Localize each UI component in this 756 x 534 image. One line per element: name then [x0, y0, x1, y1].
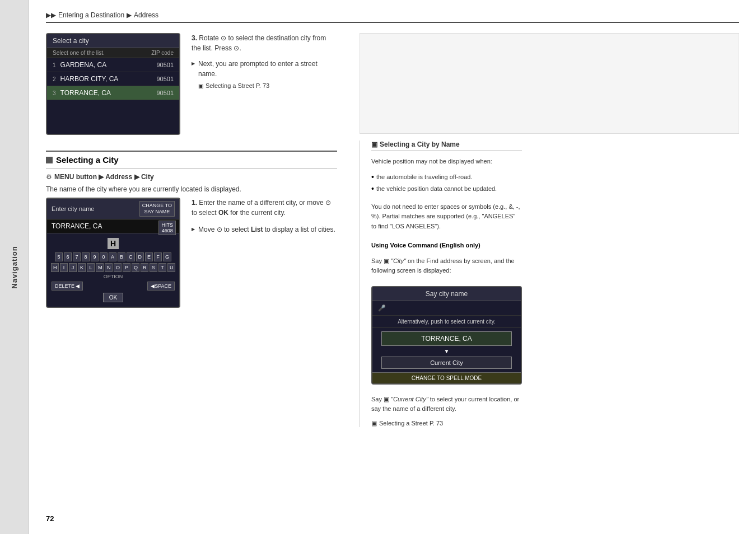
city-row-3[interactable]: 3TORRANCE, CA 90501	[47, 86, 179, 100]
step3-label: 3.	[192, 34, 197, 42]
section-heading-icon	[46, 157, 53, 163]
option-label: OPTION	[104, 274, 123, 279]
key-I[interactable]: I	[60, 263, 68, 272]
step3-rotate-icon: ⊙	[221, 34, 228, 42]
map-placeholder	[360, 33, 739, 134]
content-columns: Select a city Select one of the list. ZI…	[46, 33, 739, 523]
sidebar-label: Navigation	[10, 246, 18, 288]
key-0[interactable]: 0	[100, 252, 108, 261]
bullet-2: • the vehicle position data cannot be up…	[371, 184, 522, 194]
subheader-left: Select one of the list.	[53, 50, 105, 56]
right-column: ▣ Selecting a City by Name Vehicle posit…	[354, 33, 739, 523]
key-T[interactable]: T	[158, 263, 166, 272]
bullet-2-text: the vehicle position data cannot be upda…	[376, 184, 497, 194]
step1-item: 1. Enter the name of a different city, o…	[192, 198, 337, 218]
hits-value: 4608	[161, 228, 173, 233]
key-G[interactable]: G	[163, 252, 171, 261]
navigation-sidebar: Navigation	[0, 0, 29, 534]
selecting-city-section: Selecting a City ⚙ MENU button ▶ Address…	[46, 146, 337, 308]
change-to-button[interactable]: CHANGE TO SAY NAME	[139, 201, 175, 217]
voice-text: Say ▣ "City" on the Find address by scre…	[371, 256, 522, 276]
key-C[interactable]: C	[127, 252, 135, 261]
key-O[interactable]: O	[114, 263, 122, 272]
key-M[interactable]: M	[96, 263, 104, 272]
key-J[interactable]: J	[69, 263, 77, 272]
breadcrumb-arrows: ▶▶	[46, 11, 56, 19]
selecting-city-heading: Selecting a City	[46, 151, 337, 168]
step3-press-icon: ⊙	[234, 44, 239, 52]
key-L[interactable]: L	[87, 263, 95, 272]
key-N[interactable]: N	[105, 263, 113, 272]
step3-ref-text: Selecting a Street P. 73	[206, 82, 269, 89]
cursor-letter: H	[108, 238, 119, 249]
say-city-value: TORRANCE, CA	[381, 331, 512, 346]
key-9[interactable]: 9	[91, 252, 99, 261]
city-row-2[interactable]: 2HARBOR CITY, CA 90501	[47, 72, 179, 86]
change-to-line2: SAY NAME	[142, 209, 172, 215]
keyboard-area: H 5 6 7 8 9 0 A B	[47, 233, 179, 307]
step3-ref: ▣ Selecting a Street P. 73	[192, 82, 337, 89]
key-5[interactable]: 5	[55, 252, 63, 261]
key-R[interactable]: R	[141, 263, 148, 272]
step3-instructions: 3. Rotate ⊙ to select the destination ci…	[192, 33, 337, 89]
ok-button[interactable]: OK	[103, 293, 123, 302]
instructions-layout: Enter city name CHANGE TO SAY NAME TORRA…	[46, 198, 337, 308]
key-D[interactable]: D	[136, 252, 144, 261]
page-number: 72	[46, 503, 337, 523]
key-H[interactable]: H	[51, 263, 59, 272]
menu-path-text: MENU button ▶ Address ▶ City	[54, 173, 154, 181]
bullet-1: • the automobile is traveling off-road.	[371, 172, 522, 182]
key-B[interactable]: B	[118, 252, 125, 261]
keyboard-letters-row: H I J K L M N O P Q	[52, 263, 175, 272]
key-U[interactable]: U	[167, 263, 175, 272]
step3-ref-icon: ▣	[198, 83, 203, 89]
step3-rotate-text: Rotate	[199, 34, 218, 42]
key-K[interactable]: K	[78, 263, 86, 272]
row-2-city: HARBOR CITY, CA	[60, 75, 119, 83]
key-P[interactable]: P	[123, 263, 130, 272]
key-A[interactable]: A	[109, 252, 116, 261]
step1-text: 1. Enter the name of a different city, o…	[192, 198, 337, 218]
say-caption-icon: ▣	[384, 396, 389, 402]
say-city-ref-icon: ▣	[371, 420, 377, 427]
delete-button[interactable]: DELETE ◀	[52, 282, 83, 291]
page-container: Navigation ▶▶ Entering a Destination ▶ A…	[0, 0, 756, 534]
subheader-right: ZIP code	[151, 50, 174, 56]
say-city-current-label[interactable]: Current City	[381, 357, 512, 369]
select-city-subheader: Select one of the list. ZIP code	[47, 48, 179, 58]
enter-city-screen: Enter city name CHANGE TO SAY NAME TORRA…	[46, 198, 180, 308]
key-E[interactable]: E	[145, 252, 153, 261]
change-to-line1: CHANGE TO	[142, 203, 172, 209]
hits-box: HITS 4608	[158, 221, 176, 235]
say-city-header: Say city name	[372, 287, 521, 301]
say-city-alt: Alternatively, push to select current ci…	[372, 316, 521, 328]
say-city-footer[interactable]: CHANGE TO SPELL MODE	[372, 372, 521, 383]
enter-city-header: Enter city name CHANGE TO SAY NAME	[47, 199, 179, 219]
say-city-screen: Say city name 🎤 Alternatively, push to s…	[371, 286, 522, 385]
key-S[interactable]: S	[150, 263, 157, 272]
main-content: ▶▶ Entering a Destination ▶ Address Sele…	[29, 0, 756, 534]
say-city-ref-text: Selecting a Street P. 73	[379, 420, 443, 427]
key-Q[interactable]: Q	[132, 263, 139, 272]
say-city-ref: ▣ Selecting a Street P. 73	[371, 420, 522, 427]
breadcrumb-part1: Entering a Destination	[58, 11, 124, 19]
space-button[interactable]: ◀SPACE	[147, 282, 175, 291]
key-F[interactable]: F	[154, 252, 162, 261]
left-column: Select a city Select one of the list. ZI…	[46, 33, 337, 523]
sidebar-extra-text: You do not need to enter spaces or symbo…	[371, 202, 522, 232]
row-1-num: 1	[53, 62, 56, 68]
key-8[interactable]: 8	[82, 252, 90, 261]
city-row-1[interactable]: 1GARDENA, CA 90501	[47, 58, 179, 72]
row-2-zip: 90501	[156, 76, 174, 82]
say-city-caption: Say ▣ "Current City" to select your curr…	[371, 395, 522, 414]
say-city-mic: 🎤	[372, 301, 521, 316]
cursor-row: H	[52, 238, 175, 249]
sidebar-section-title-icon: ▣	[371, 140, 377, 148]
key-6[interactable]: 6	[64, 252, 72, 261]
hits-label: HITS	[161, 222, 173, 228]
delete-label: DELETE	[55, 283, 74, 289]
bullet-1-dot: •	[371, 172, 374, 182]
step1-instructions: 1. Enter the name of a different city, o…	[192, 198, 337, 235]
key-7[interactable]: 7	[73, 252, 81, 261]
row-1-city: GARDENA, CA	[60, 61, 107, 69]
